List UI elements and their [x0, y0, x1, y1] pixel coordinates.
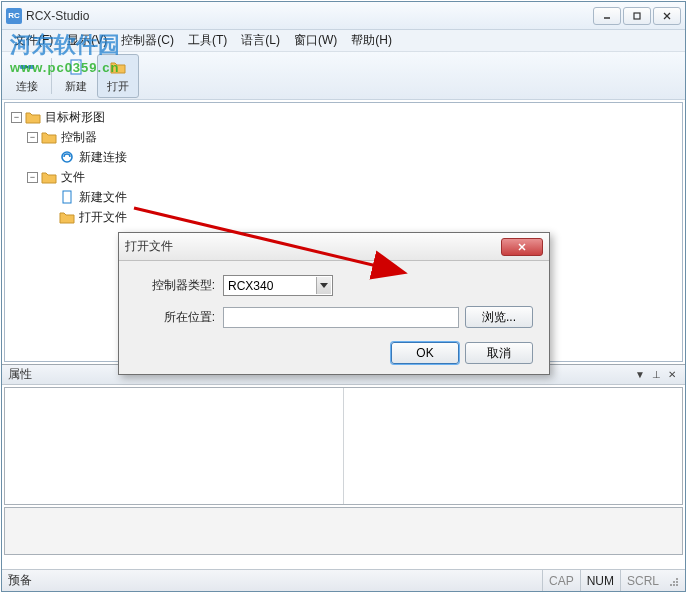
menubar: 文件(F) 显示(V) 控制器(C) 工具(T) 语言(L) 窗口(W) 帮助(…: [2, 30, 685, 52]
controller-type-label: 控制器类型:: [135, 277, 215, 294]
status-ready: 预备: [8, 572, 542, 589]
cancel-button[interactable]: 取消: [465, 342, 533, 364]
status-num: NUM: [580, 570, 620, 591]
toolbar-new-label: 新建: [65, 79, 87, 94]
tree-new-file[interactable]: 新建文件: [7, 187, 680, 207]
tree-collapse-icon[interactable]: −: [11, 112, 22, 123]
location-label: 所在位置:: [135, 309, 215, 326]
chevron-down-icon: [316, 277, 331, 294]
connect-icon: [17, 57, 37, 77]
tree-new-file-label: 新建文件: [79, 189, 127, 206]
menu-window[interactable]: 窗口(W): [288, 30, 343, 51]
tree-collapse-icon[interactable]: −: [27, 132, 38, 143]
controller-type-value: RCX340: [228, 279, 273, 293]
status-scrl: SCRL: [620, 570, 665, 591]
toolbar-connect-label: 连接: [16, 79, 38, 94]
svg-rect-5: [28, 65, 34, 69]
tree-files-label: 文件: [61, 169, 85, 186]
tree-open-file-label: 打开文件: [79, 209, 127, 226]
tree-collapse-icon[interactable]: −: [27, 172, 38, 183]
svg-rect-1: [634, 13, 640, 19]
panel-pin-icon[interactable]: ⊥: [649, 368, 663, 382]
folder-icon: [41, 170, 57, 184]
menu-file[interactable]: 文件(F): [8, 30, 59, 51]
resize-grip-icon[interactable]: [665, 575, 679, 587]
maximize-button[interactable]: [623, 7, 651, 25]
titlebar: RC RCX-Studio: [2, 2, 685, 30]
location-input[interactable]: [223, 307, 459, 328]
toolbar-connect-button[interactable]: 连接: [6, 54, 48, 98]
close-button[interactable]: [653, 7, 681, 25]
tree-root[interactable]: − 目标树形图: [7, 107, 680, 127]
dialog-titlebar: 打开文件: [119, 233, 549, 261]
browse-button[interactable]: 浏览...: [465, 306, 533, 328]
svg-point-14: [673, 581, 675, 583]
tree-new-connection[interactable]: 新建连接: [7, 147, 680, 167]
properties-panel: 属性 ▼ ⊥ ✕: [2, 364, 685, 557]
dialog-title-text: 打开文件: [125, 238, 501, 255]
properties-grid[interactable]: [4, 387, 683, 505]
dialog-close-button[interactable]: [501, 238, 543, 256]
menu-language[interactable]: 语言(L): [235, 30, 286, 51]
menu-help[interactable]: 帮助(H): [345, 30, 398, 51]
menu-tools[interactable]: 工具(T): [182, 30, 233, 51]
tree-open-file[interactable]: 打开文件: [7, 207, 680, 227]
new-file-icon: [66, 57, 86, 77]
toolbar-open-label: 打开: [107, 79, 129, 94]
svg-rect-9: [63, 191, 71, 203]
svg-point-13: [670, 584, 672, 586]
svg-point-15: [676, 578, 678, 580]
minimize-button[interactable]: [593, 7, 621, 25]
tree-files[interactable]: − 文件: [7, 167, 680, 187]
status-cap: CAP: [542, 570, 580, 591]
toolbar-new-button[interactable]: 新建: [55, 54, 97, 98]
panel-close-icon[interactable]: ✕: [665, 368, 679, 382]
properties-description: [4, 507, 683, 555]
open-file-dialog: 打开文件 控制器类型: RCX340 所在位置: 浏览... OK 取消: [118, 232, 550, 375]
tree-new-connection-label: 新建连接: [79, 149, 127, 166]
app-icon: RC: [6, 8, 22, 24]
open-folder-icon: [108, 57, 128, 77]
svg-point-10: [676, 584, 678, 586]
folder-icon: [25, 110, 41, 124]
toolbar: 连接 新建 打开: [2, 52, 685, 100]
tree-controller[interactable]: − 控制器: [7, 127, 680, 147]
svg-point-12: [676, 581, 678, 583]
panel-dropdown-icon[interactable]: ▼: [633, 368, 647, 382]
connection-icon: [59, 150, 75, 164]
tree-root-label: 目标树形图: [45, 109, 105, 126]
statusbar: 预备 CAP NUM SCRL: [2, 569, 685, 591]
window-title: RCX-Studio: [26, 9, 593, 23]
svg-point-11: [673, 584, 675, 586]
svg-rect-4: [20, 65, 26, 69]
folder-open-icon: [59, 210, 75, 224]
toolbar-open-button[interactable]: 打开: [97, 54, 139, 98]
toolbar-separator: [51, 58, 52, 94]
controller-type-select[interactable]: RCX340: [223, 275, 333, 296]
menu-controller[interactable]: 控制器(C): [115, 30, 180, 51]
file-icon: [59, 190, 75, 204]
folder-icon: [41, 130, 57, 144]
tree-controller-label: 控制器: [61, 129, 97, 146]
menu-view[interactable]: 显示(V): [61, 30, 113, 51]
ok-button[interactable]: OK: [391, 342, 459, 364]
